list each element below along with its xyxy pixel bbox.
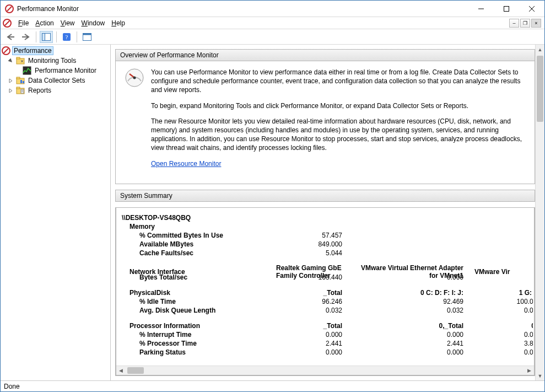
system-summary-panel: System Summary \\DESKTOP-VS48QBQ Memory … xyxy=(115,190,535,376)
toolbar: ? xyxy=(1,29,544,45)
mdi-restore-button[interactable]: ❐ xyxy=(520,19,530,28)
overview-panel-title: Overview of Performance Monitor xyxy=(115,49,535,61)
svg-rect-22 xyxy=(17,77,20,79)
svg-rect-3 xyxy=(504,6,509,11)
open-resource-monitor-link[interactable]: Open Resource Monitor xyxy=(151,160,221,168)
menubar-app-icon[interactable] xyxy=(3,19,12,28)
tree-toggle-icon[interactable] xyxy=(8,58,16,63)
scroll-left-icon[interactable]: ◀ xyxy=(116,366,126,375)
folder-reports-icon xyxy=(16,86,25,95)
system-summary-title: System Summary xyxy=(115,190,535,202)
minimize-button[interactable] xyxy=(468,1,494,17)
overview-p2: To begin, expand Monitoring Tools and cl… xyxy=(151,101,526,110)
tree-pane: Performance Monitoring Tools Performance… xyxy=(1,45,111,380)
tree-performance-monitor-label: Performance Monitor xyxy=(33,67,98,74)
menu-action[interactable]: Action xyxy=(32,18,57,28)
scroll-thumb[interactable] xyxy=(537,56,543,122)
menubar: File Action View Window Help – ❐ × xyxy=(1,17,544,29)
mdi-close-button[interactable]: × xyxy=(531,19,541,28)
status-text: Done xyxy=(4,383,20,390)
tree-reports-label: Reports xyxy=(26,87,53,94)
titlebar: Performance Monitor xyxy=(1,1,544,17)
window-title: Performance Monitor xyxy=(17,5,468,13)
overview-p1: You can use Performance Monitor to view … xyxy=(151,68,526,95)
tree-data-collector-sets[interactable]: Data Collector Sets xyxy=(1,76,110,85)
tree-data-collector-sets-label: Data Collector Sets xyxy=(26,77,87,84)
menu-file[interactable]: File xyxy=(15,18,32,28)
app-icon xyxy=(5,4,14,13)
maximize-button[interactable] xyxy=(494,1,519,17)
help-button[interactable]: ? xyxy=(60,31,73,43)
close-button[interactable] xyxy=(519,1,544,17)
svg-rect-11 xyxy=(42,33,45,40)
summary-row-interrupt: % Interrupt Time 0.000 0.000 0.000 xyxy=(122,330,533,339)
svg-rect-19 xyxy=(17,57,20,59)
folder-dcs-icon xyxy=(16,76,25,85)
overview-p3: The new Resource Monitor lets you view d… xyxy=(151,117,526,153)
tree-reports[interactable]: Reports xyxy=(1,85,110,95)
content-wrap: Overview of Performance Monitor xyxy=(111,45,544,380)
content-vertical-scrollbar[interactable]: ▲ ▼ xyxy=(535,45,544,380)
system-summary-body: \\DESKTOP-VS48QBQ Memory % Committed Byt… xyxy=(115,207,535,376)
svg-rect-26 xyxy=(17,87,20,89)
summary-horizontal-scrollbar[interactable]: ◀ ▶ xyxy=(116,366,534,375)
tree-root-performance[interactable]: Performance xyxy=(1,46,110,56)
tree-monitoring-tools-label: Monitoring Tools xyxy=(26,57,78,65)
summary-disk-header: PhysicalDisk _Total 0 C: D: F: I: J: 1 G… xyxy=(122,288,533,297)
summary-row-bytes: Bytes Total/sec 163.440 0.000 xyxy=(122,273,533,282)
svg-point-32 xyxy=(133,77,136,79)
menu-window[interactable]: Window xyxy=(78,18,109,28)
folder-tools-icon xyxy=(16,56,25,65)
scroll-thumb[interactable] xyxy=(127,367,144,374)
summary-memory-label: Memory xyxy=(122,222,533,231)
svg-rect-15 xyxy=(83,33,91,35)
summary-row-cache: Cache Faults/sec 5.044 xyxy=(122,249,533,257)
summary-row-committed: % Committed Bytes In Use 57.457 xyxy=(122,231,533,240)
scroll-up-icon[interactable]: ▲ xyxy=(536,45,544,54)
tree-performance-monitor[interactable]: Performance Monitor xyxy=(1,66,110,76)
body: Performance Monitoring Tools Performance… xyxy=(1,45,544,380)
summary-row-queue: Avg. Disk Queue Length 0.032 0.032 0.000 xyxy=(122,306,533,315)
summary-row-available: Available MBytes 849.000 xyxy=(122,240,533,249)
back-button[interactable] xyxy=(4,31,17,43)
svg-text:?: ? xyxy=(66,34,68,40)
overview-text: You can use Performance Monitor to view … xyxy=(151,68,526,175)
system-summary-box: \\DESKTOP-VS48QBQ Memory % Committed Byt… xyxy=(116,207,535,375)
new-window-button[interactable] xyxy=(80,31,94,43)
menu-help[interactable]: Help xyxy=(108,18,128,28)
summary-host: \\DESKTOP-VS48QBQ xyxy=(122,213,533,222)
perfmon-root-icon xyxy=(2,46,10,55)
summary-row-idle: % Idle Time 96.246 92.469 100.024 xyxy=(122,297,533,306)
gauge-icon xyxy=(125,68,144,88)
perfmon-chart-icon xyxy=(23,66,31,75)
scroll-right-icon[interactable]: ▶ xyxy=(525,366,534,375)
tree-toggle-icon[interactable] xyxy=(8,88,16,93)
tree-monitoring-tools[interactable]: Monitoring Tools xyxy=(1,56,110,66)
show-hide-tree-button[interactable] xyxy=(40,31,53,43)
menu-view[interactable]: View xyxy=(57,18,78,28)
overview-panel-body: You can use Performance Monitor to view … xyxy=(115,61,535,184)
mdi-minimize-button[interactable]: – xyxy=(509,19,519,28)
svg-rect-23 xyxy=(20,80,22,83)
statusbar: Done xyxy=(1,380,544,391)
scroll-down-icon[interactable]: ▼ xyxy=(536,371,544,380)
content: Overview of Performance Monitor xyxy=(111,45,535,380)
summary-proc-header: Processor Information _Total 0,_Total 0,… xyxy=(122,321,533,330)
tree-root-label: Performance xyxy=(12,46,53,55)
summary-row-parking: Parking Status 0.000 0.000 0.000 xyxy=(122,348,533,357)
forward-button[interactable] xyxy=(19,31,33,43)
overview-panel: Overview of Performance Monitor xyxy=(115,49,535,184)
tree-toggle-icon[interactable] xyxy=(8,78,16,83)
summary-network-header: Network Interface Realtek Gaming GbE Fam… xyxy=(122,264,533,273)
svg-rect-24 xyxy=(23,81,24,83)
summary-row-proctime: % Processor Time 2.441 2.441 3.820 xyxy=(122,339,533,348)
